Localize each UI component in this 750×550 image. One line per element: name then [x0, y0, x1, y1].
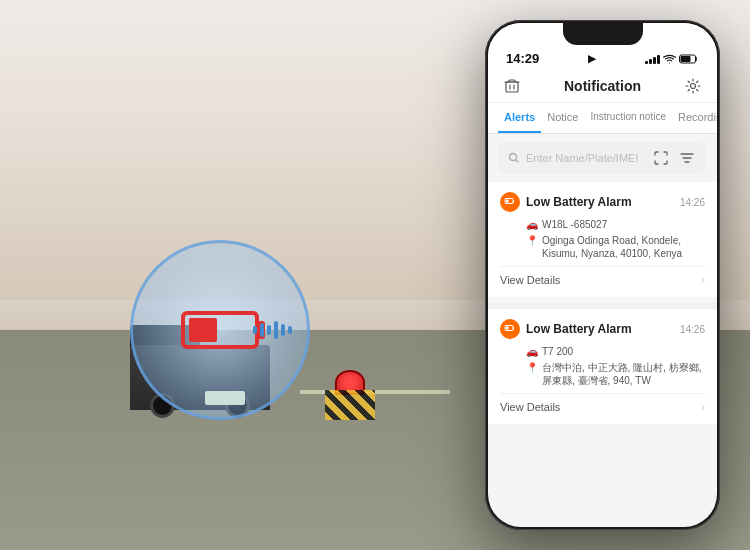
svg-rect-8 [506, 327, 509, 330]
tab-instruction-notice[interactable]: Instruction notice [584, 103, 672, 133]
view-details-1: View Details [500, 274, 560, 286]
car-icon-1: 🚗 [526, 219, 538, 230]
signal-bar-4 [657, 55, 660, 64]
alert-title-2: Low Battery Alarm [526, 322, 632, 336]
location-arrow-icon: ▶ [588, 53, 596, 64]
alert-location-2: 📍 台灣中泊, 中正大路, 隆山村, 枋寮鄉, 屏東縣, 臺灣省, 940, T… [526, 361, 705, 387]
signal-bar-1 [645, 61, 648, 64]
wave-bar-5 [281, 324, 285, 336]
battery-body [181, 311, 259, 349]
alert-title-row-2: Low Battery Alarm [500, 319, 632, 339]
wave-bar-6 [288, 326, 292, 334]
chevron-right-icon-2: › [701, 400, 705, 414]
svg-point-4 [510, 154, 517, 161]
battery-fill [189, 318, 217, 342]
search-bar[interactable]: Enter Name/Plate/IMEI [498, 142, 707, 174]
alert-item-2: Low Battery Alarm 14:26 🚗 T7 200 📍 台灣中泊,… [488, 309, 717, 424]
phone-frame: 14:29 ▶ [485, 20, 720, 530]
phone-notch [563, 23, 643, 45]
search-actions [651, 148, 697, 168]
signal-bar-2 [649, 59, 652, 64]
alert-vehicle-text-2: T7 200 [542, 345, 573, 358]
search-placeholder: Enter Name/Plate/IMEI [526, 152, 645, 164]
status-icons [645, 54, 699, 64]
battery-alert-icon-1 [504, 196, 516, 208]
battery-icon [175, 305, 265, 355]
svg-rect-1 [681, 56, 691, 62]
phone-container: 14:29 ▶ [485, 20, 720, 530]
alert-location-1: 📍 Oginga Odinga Road, Kondele, Kisumu, N… [526, 234, 705, 260]
tab-recording[interactable]: Recording [672, 103, 717, 133]
signal-bars-icon [645, 54, 660, 64]
alert-location-text-2: 台灣中泊, 中正大路, 隆山村, 枋寮鄉, 屏東縣, 臺灣省, 940, TW [542, 361, 705, 387]
alert-vehicle-2: 🚗 T7 200 [526, 345, 705, 358]
alert-circle-overlay [130, 240, 310, 420]
nav-settings-icon[interactable] [683, 76, 703, 96]
alert-dot-2 [500, 319, 520, 339]
alert-time-1: 14:26 [680, 197, 705, 208]
chevron-right-icon-1: › [701, 273, 705, 287]
siren-base [325, 390, 375, 420]
location-pin-icon-1: 📍 [526, 235, 538, 246]
alert-vehicle-1: 🚗 W18L -685027 [526, 218, 705, 231]
svg-rect-6 [506, 200, 509, 203]
wave-bar-4 [274, 321, 278, 339]
svg-rect-2 [506, 82, 518, 92]
filter-icon[interactable] [677, 148, 697, 168]
wave-bar-3 [267, 325, 271, 335]
signal-bar-3 [653, 57, 656, 64]
alert-item-1: Low Battery Alarm 14:26 🚗 W18L -685027 📍… [488, 182, 717, 297]
location-pin-icon-2: 📍 [526, 362, 538, 373]
view-details-2: View Details [500, 401, 560, 413]
alert-dot-1 [500, 192, 520, 212]
alert-footer-2[interactable]: View Details › [500, 393, 705, 414]
alert-time-2: 14:26 [680, 324, 705, 335]
car-icon-2: 🚗 [526, 346, 538, 357]
alert-title-row-1: Low Battery Alarm [500, 192, 632, 212]
wave-bar-1 [253, 326, 257, 334]
alert-footer-1[interactable]: View Details › [500, 266, 705, 287]
alert-title-1: Low Battery Alarm [526, 195, 632, 209]
scan-icon[interactable] [651, 148, 671, 168]
nav-delete-icon[interactable] [502, 76, 522, 96]
wifi-icon [663, 54, 676, 64]
tab-notice[interactable]: Notice [541, 103, 584, 133]
alert-header-2: Low Battery Alarm 14:26 [500, 319, 705, 339]
phone-screen: 14:29 ▶ [488, 23, 717, 527]
battery-status-icon [679, 54, 699, 64]
nav-bar: Notification [488, 70, 717, 103]
battery-alert-icon-2 [504, 323, 516, 335]
nav-title: Notification [522, 78, 683, 94]
status-time: 14:29 [506, 51, 539, 66]
alert-location-text-1: Oginga Odinga Road, Kondele, Kisumu, Nya… [542, 234, 705, 260]
search-icon [508, 152, 520, 164]
tabs-bar: Alerts Notice Instruction notice Recordi… [488, 103, 717, 134]
sound-waves [253, 321, 292, 339]
wave-bar-2 [260, 323, 264, 337]
svg-point-3 [691, 84, 696, 89]
siren-device [320, 370, 380, 420]
tab-alerts[interactable]: Alerts [498, 103, 541, 133]
alert-header-1: Low Battery Alarm 14:26 [500, 192, 705, 212]
alert-vehicle-text-1: W18L -685027 [542, 218, 607, 231]
